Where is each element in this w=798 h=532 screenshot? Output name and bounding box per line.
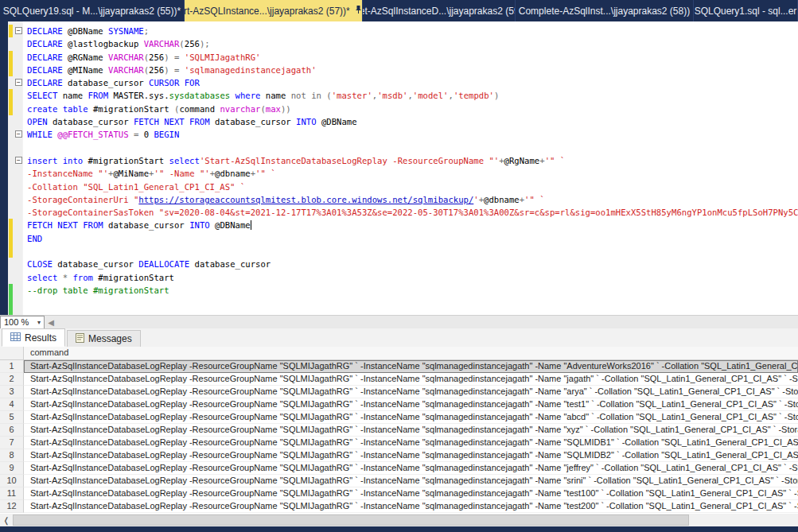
code-line-12[interactable]: -InstanceName "'+@MiName+'" -Name "'+@db… bbox=[0, 167, 798, 180]
results-tab-label: Results bbox=[25, 332, 56, 344]
command-cell[interactable]: Start-AzSqlInstanceDatabaseLogReplay -Re… bbox=[24, 500, 798, 513]
code-token: -InstanceName "' bbox=[27, 169, 108, 178]
code-line-18[interactable] bbox=[0, 245, 798, 258]
collapse-region-icon[interactable]: − bbox=[15, 27, 22, 34]
code-token: -StorageContainerUri " bbox=[27, 195, 138, 204]
code-line-11[interactable]: −insert into #migrationStart select'Star… bbox=[0, 154, 798, 167]
code-line-21[interactable]: --drop table #migrationStart bbox=[0, 284, 798, 297]
code-line-4[interactable]: DECLARE @MIName VARCHAR(256) = 'sqlmanag… bbox=[0, 64, 798, 76]
command-cell[interactable]: Start-AzSqlInstanceDatabaseLogReplay -Re… bbox=[24, 462, 798, 475]
table-row-6[interactable]: 6Start-AzSqlInstanceDatabaseLogReplay -R… bbox=[0, 424, 798, 437]
code-token: where bbox=[236, 91, 266, 100]
collapse-region-icon[interactable]: − bbox=[15, 157, 22, 164]
change-tracking-mark bbox=[9, 219, 13, 231]
code-token: '" ` bbox=[524, 195, 545, 204]
tab-results[interactable]: Results bbox=[2, 328, 65, 347]
code-line-13[interactable]: -Collation "SQL_Latin1_General_CP1_CI_AS… bbox=[0, 181, 798, 193]
code-line-8[interactable]: OPEN database_cursor FETCH NEXT FROM dat… bbox=[0, 115, 798, 128]
code-token: ) = bbox=[164, 52, 185, 62]
editor-h-scrollbar[interactable]: ◀ bbox=[45, 316, 798, 329]
code-token: '" -Name "' bbox=[154, 169, 210, 178]
code-line-22[interactable] bbox=[0, 297, 798, 309]
grid-header-row: command bbox=[0, 347, 798, 360]
tab-bar: SQLQuery19.sql - M...\jjayaprakas2 (55))… bbox=[0, 0, 798, 21]
row-number-cell[interactable]: 1 bbox=[0, 360, 24, 373]
scroll-left-icon[interactable]: ❬ bbox=[0, 516, 13, 525]
zoom-dropdown[interactable]: 100 % ▾ bbox=[0, 316, 45, 329]
scroll-left-icon[interactable]: ◀ bbox=[45, 318, 57, 327]
command-cell[interactable]: Start-AzSqlInstanceDatabaseLogReplay -Re… bbox=[24, 411, 798, 424]
code-line-17[interactable]: END bbox=[0, 232, 798, 245]
code-line-14[interactable]: -StorageContainerUri "https://storageacc… bbox=[0, 193, 798, 206]
row-number-cell[interactable]: 10 bbox=[0, 475, 24, 487]
code-line-19[interactable]: CLOSE database_cursor DEALLOCATE databas… bbox=[0, 258, 798, 270]
command-cell[interactable]: Start-AzSqlInstanceDatabaseLogReplay -Re… bbox=[24, 475, 798, 487]
command-cell[interactable]: Start-AzSqlInstanceDatabaseLogReplay -Re… bbox=[24, 373, 798, 386]
command-cell[interactable]: Start-AzSqlInstanceDatabaseLogReplay -Re… bbox=[24, 386, 798, 398]
code-line-15[interactable]: -StorageContainerSasToken "sv=2020-08-04… bbox=[0, 206, 798, 219]
ssms-window: SQLQuery19.sql - M...\jjayaprakas2 (55))… bbox=[0, 0, 798, 532]
table-row-10[interactable]: 10Start-AzSqlInstanceDatabaseLogReplay -… bbox=[0, 475, 798, 487]
code-line-2[interactable]: DECLARE @lastlogbackup VARCHAR(256); bbox=[0, 37, 798, 50]
row-number-cell[interactable]: 9 bbox=[0, 462, 24, 475]
table-row-1[interactable]: 1Start-AzSqlInstanceDatabaseLogReplay -R… bbox=[0, 360, 798, 373]
command-cell[interactable]: Start-AzSqlInstanceDatabaseLogReplay -Re… bbox=[24, 398, 798, 411]
table-row-2[interactable]: 2Start-AzSqlInstanceDatabaseLogReplay -R… bbox=[0, 373, 798, 386]
collapse-region-icon[interactable]: − bbox=[15, 130, 22, 138]
row-number-cell[interactable]: 8 bbox=[0, 449, 24, 462]
command-cell[interactable]: Start-AzSqlInstanceDatabaseLogReplay -Re… bbox=[24, 487, 798, 500]
table-row-12[interactable]: 12Start-AzSqlInstanceDatabaseLogReplay -… bbox=[0, 500, 798, 513]
code-line-16[interactable]: FETCH NEXT FROM database_cursor INTO @DB… bbox=[0, 219, 798, 231]
row-number-cell[interactable]: 3 bbox=[0, 386, 24, 398]
document-tab-2[interactable]: Start-AzSQLInstance...\jjayaprakas2 (57)… bbox=[185, 0, 363, 21]
row-number-cell[interactable]: 5 bbox=[0, 411, 24, 424]
command-cell[interactable]: Start-AzSqlInstanceDatabaseLogReplay -Re… bbox=[24, 424, 798, 437]
row-number-cell[interactable]: 4 bbox=[0, 398, 24, 411]
grid-corner-cell[interactable] bbox=[0, 347, 24, 360]
command-cell[interactable]: Start-AzSqlInstanceDatabaseLogReplay -Re… bbox=[24, 360, 798, 373]
code-line-10[interactable] bbox=[0, 142, 798, 154]
table-row-11[interactable]: 11Start-AzSqlInstanceDatabaseLogReplay -… bbox=[0, 487, 798, 500]
code-line-3[interactable]: DECLARE @RGName VARCHAR(256) = 'SQLMIJag… bbox=[0, 51, 798, 64]
table-row-3[interactable]: 3Start-AzSqlInstanceDatabaseLogReplay -R… bbox=[0, 386, 798, 398]
code-token: nvarchar bbox=[220, 104, 260, 114]
table-row-7[interactable]: 7Start-AzSqlInstanceDatabaseLogReplay -R… bbox=[0, 437, 798, 449]
code-line-5[interactable]: −DECLARE database_cursor CURSOR FOR bbox=[0, 76, 798, 89]
table-row-8[interactable]: 8Start-AzSqlInstanceDatabaseLogReplay -R… bbox=[0, 449, 798, 462]
grid-column-header-command[interactable]: command bbox=[24, 347, 798, 360]
sql-editor[interactable]: −DECLARE @DBName SYSNAME;DECLARE @lastlo… bbox=[0, 21, 798, 315]
row-number-cell[interactable]: 7 bbox=[0, 437, 24, 449]
pin-icon[interactable] bbox=[355, 5, 362, 17]
code-token: 'tempdb' bbox=[453, 91, 494, 100]
code-token: create table bbox=[27, 104, 93, 114]
code-line-6[interactable]: SELECT name FROM MASTER.sys.sysdatabases… bbox=[0, 89, 798, 102]
row-number-cell[interactable]: 6 bbox=[0, 424, 24, 437]
code-token: 256 bbox=[149, 52, 164, 62]
code-area[interactable]: −DECLARE @DBName SYSNAME;DECLARE @lastlo… bbox=[0, 25, 798, 315]
document-tab-1[interactable]: SQLQuery19.sql - M...\jjayaprakas2 (55))… bbox=[0, 0, 185, 21]
collapse-region-icon[interactable]: − bbox=[15, 79, 22, 86]
change-tracking-mark bbox=[9, 25, 13, 37]
table-row-9[interactable]: 9Start-AzSqlInstanceDatabaseLogReplay -R… bbox=[0, 462, 798, 475]
grid-h-scrollbar[interactable]: ❬ bbox=[0, 514, 798, 526]
code-line-1[interactable]: −DECLARE @DBName SYSNAME; bbox=[0, 25, 798, 37]
document-tab-3[interactable]: Get-AzSqlInstanceD...\jjayaprakas2 (59)) bbox=[363, 0, 516, 21]
code-line-20[interactable]: select * from #migrationStart bbox=[0, 271, 798, 284]
code-token: #migrationStart bbox=[98, 273, 174, 282]
scrollbar-thumb[interactable] bbox=[13, 515, 689, 526]
table-row-5[interactable]: 5Start-AzSqlInstanceDatabaseLogReplay -R… bbox=[0, 411, 798, 424]
code-line-9[interactable]: −WHILE @@FETCH_STATUS = 0 BEGIN bbox=[0, 128, 798, 141]
tab-messages[interactable]: Messages bbox=[67, 330, 141, 347]
code-token: -StorageContainerSasToken "sv=2020-08-04… bbox=[27, 208, 798, 217]
row-number-cell[interactable]: 2 bbox=[0, 373, 24, 386]
code-line-7[interactable]: create table #migrationStart (command nv… bbox=[0, 103, 798, 115]
command-cell[interactable]: Start-AzSqlInstanceDatabaseLogReplay -Re… bbox=[24, 437, 798, 449]
document-tab-5[interactable]: SQLQuery1.sql - sql...er bbox=[694, 0, 798, 21]
row-number-cell[interactable]: 11 bbox=[0, 487, 24, 500]
code-token: VARCHAR bbox=[108, 65, 144, 75]
code-token: INTO bbox=[296, 117, 321, 126]
row-number-cell[interactable]: 12 bbox=[0, 500, 24, 513]
document-tab-4[interactable]: Complete-AzSqlInst...\jjayaprakas2 (58)) bbox=[516, 0, 694, 21]
table-row-4[interactable]: 4Start-AzSqlInstanceDatabaseLogReplay -R… bbox=[0, 398, 798, 411]
command-cell[interactable]: Start-AzSqlInstanceDatabaseLogReplay -Re… bbox=[24, 449, 798, 462]
